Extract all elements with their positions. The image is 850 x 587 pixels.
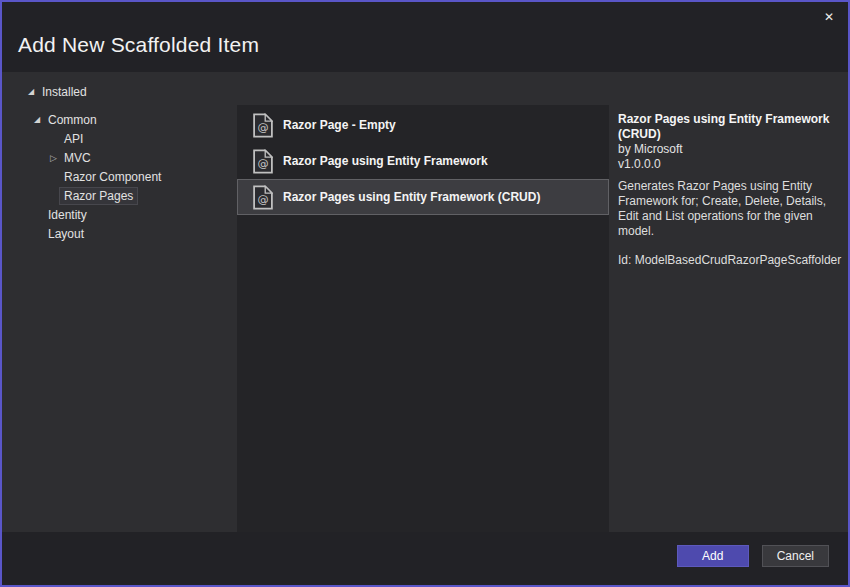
tree-item-common[interactable]: ◢ Common [2, 110, 237, 129]
cancel-button[interactable]: Cancel [762, 545, 829, 567]
tree-item-label-selected: Razor Pages [59, 187, 138, 205]
add-scaffolded-item-dialog: Add New Scaffolded Item ✕ ◢ Installed ◢ … [0, 0, 850, 587]
tree-item-label: API [64, 132, 83, 146]
tree-item-api[interactable]: API [2, 129, 237, 148]
tree-item-installed[interactable]: ◢ Installed [2, 82, 237, 101]
razor-page-icon: @ [253, 149, 273, 174]
razor-page-icon: @ [253, 113, 273, 138]
svg-text:@: @ [257, 121, 268, 134]
details-id: Id: ModelBasedCrudRazorPageScaffolder [618, 253, 848, 268]
list-item-razor-pages-ef-crud[interactable]: @ Razor Pages using Entity Framework (CR… [237, 179, 609, 215]
razor-page-icon: @ [253, 185, 273, 210]
template-list: @ Razor Page - Empty @ Razor Page using … [237, 105, 609, 532]
dialog-body: ◢ Installed ◢ Common API ▷ MVC Razor Com… [2, 72, 848, 532]
close-icon: ✕ [824, 10, 834, 24]
tree-item-label: Common [48, 113, 97, 127]
tree-item-label: Identity [48, 208, 87, 222]
expand-arrow-icon[interactable]: ◢ [34, 115, 48, 124]
list-item-label: Razor Pages using Entity Framework (CRUD… [283, 190, 540, 204]
list-item-label: Razor Page using Entity Framework [283, 154, 488, 168]
titlebar: Add New Scaffolded Item ✕ [2, 2, 848, 72]
details-description: Generates Razor Pages using Entity Frame… [618, 179, 848, 239]
tree-item-label: Installed [42, 85, 87, 99]
list-item-razor-page-empty[interactable]: @ Razor Page - Empty [237, 107, 609, 143]
tree-item-razor-component[interactable]: Razor Component [2, 167, 237, 186]
details-author: by Microsoft [618, 142, 848, 157]
svg-text:@: @ [257, 157, 268, 170]
add-button[interactable]: Add [677, 545, 749, 567]
list-item-label: Razor Page - Empty [283, 118, 396, 132]
tree-item-razor-pages[interactable]: Razor Pages [2, 186, 237, 205]
category-tree: ◢ Installed ◢ Common API ▷ MVC Razor Com… [2, 72, 237, 532]
details-version: v1.0.0.0 [618, 157, 848, 172]
tree-item-mvc[interactable]: ▷ MVC [2, 148, 237, 167]
tree-item-identity[interactable]: Identity [2, 205, 237, 224]
tree-item-label: Razor Component [64, 170, 161, 184]
collapse-arrow-icon[interactable]: ▷ [50, 153, 64, 163]
dialog-footer: Add Cancel [2, 532, 848, 585]
details-title: Razor Pages using Entity Framework (CRUD… [618, 112, 848, 142]
tree-item-layout[interactable]: Layout [2, 224, 237, 243]
list-item-razor-page-ef[interactable]: @ Razor Page using Entity Framework [237, 143, 609, 179]
close-button[interactable]: ✕ [816, 6, 842, 28]
expand-arrow-icon[interactable]: ◢ [28, 87, 42, 96]
svg-text:@: @ [257, 193, 268, 206]
dialog-title: Add New Scaffolded Item [18, 33, 259, 57]
details-pane: Razor Pages using Entity Framework (CRUD… [618, 112, 848, 268]
tree-item-label: Layout [48, 227, 84, 241]
tree-item-label: MVC [64, 151, 91, 165]
